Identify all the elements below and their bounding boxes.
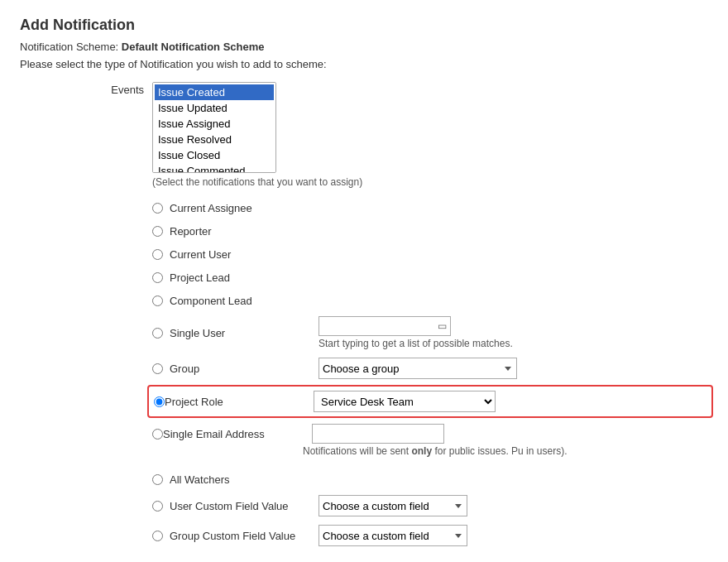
label-reporter: Reporter: [170, 225, 310, 238]
option-row-group-custom-field: Group Custom Field Value Choose a custom…: [152, 521, 708, 550]
option-row-current-assignee: Current Assignee: [152, 196, 708, 219]
single-user-input-box: ▭: [318, 316, 451, 336]
group-select[interactable]: Choose a group: [318, 358, 517, 379]
radio-project-role[interactable]: [154, 396, 165, 407]
events-list-wrapper: Issue Created Issue Updated Issue Assign…: [152, 82, 362, 188]
event-option[interactable]: Issue Commented: [155, 163, 274, 173]
radio-single-user[interactable]: [152, 328, 163, 339]
option-row-project-role: Project Role Service Desk Team Administr…: [147, 385, 713, 418]
option-row-group: Group Choose a group: [152, 353, 708, 383]
event-option[interactable]: Issue Closed: [155, 147, 274, 163]
label-single-email: Single Email Address: [163, 428, 304, 440]
group-custom-field-control: Choose a custom field: [318, 525, 467, 546]
project-role-control: Service Desk Team Administrators Develop…: [314, 391, 496, 412]
option-row-all-watchers: All Watchers: [152, 468, 708, 491]
option-row-current-user: Current User: [152, 243, 708, 266]
radio-reporter[interactable]: [152, 226, 163, 237]
typing-hint: Start typing to get a list of possible m…: [318, 338, 513, 349]
email-row-inner: Single Email Address: [152, 424, 708, 444]
email-hint: Notifications will be sent only for publ…: [303, 445, 592, 457]
user-custom-field-control: Choose a custom field: [318, 495, 467, 516]
label-current-user: Current User: [170, 248, 310, 261]
label-component-lead: Component Lead: [170, 295, 310, 307]
event-option[interactable]: Issue Assigned: [155, 116, 274, 132]
form-section: Events Issue Created Issue Updated Issue…: [20, 82, 708, 550]
label-user-custom-field: User Custom Field Value: [170, 500, 310, 512]
events-select[interactable]: Issue Created Issue Updated Issue Assign…: [152, 82, 276, 173]
option-row-component-lead: Component Lead: [152, 289, 708, 312]
label-all-watchers: All Watchers: [170, 473, 310, 486]
page-title: Add Notification: [20, 17, 708, 34]
radio-single-email[interactable]: [152, 429, 163, 440]
radio-user-custom-field[interactable]: [152, 501, 163, 512]
radio-component-lead[interactable]: [152, 295, 163, 306]
project-role-select[interactable]: Service Desk Team Administrators Develop…: [314, 391, 496, 412]
group-control: Choose a group: [318, 358, 517, 379]
options-section: Current Assignee Reporter Current User P…: [152, 196, 708, 550]
label-current-assignee: Current Assignee: [170, 202, 310, 214]
scheme-name: Default Notification Scheme: [122, 41, 265, 53]
single-user-icon: ▭: [438, 320, 447, 332]
label-group: Group: [170, 363, 310, 375]
option-row-user-custom-field: User Custom Field Value Choose a custom …: [152, 491, 708, 521]
events-row: Events Issue Created Issue Updated Issue…: [20, 82, 708, 188]
radio-current-user[interactable]: [152, 249, 163, 260]
option-row-project-lead: Project Lead: [152, 266, 708, 289]
event-option[interactable]: Issue Updated: [155, 100, 274, 116]
event-option[interactable]: Issue Resolved: [155, 132, 274, 147]
scheme-info: Notification Scheme: Default Notificatio…: [20, 41, 708, 53]
group-custom-field-select[interactable]: Choose a custom field: [318, 525, 467, 546]
label-project-role: Project Role: [165, 396, 305, 408]
option-row-single-user: Single User ▭ Start typing to get a list…: [152, 312, 708, 353]
radio-current-assignee[interactable]: [152, 203, 163, 214]
email-control: [312, 424, 444, 444]
option-row-single-email: Single Email Address Notifications will …: [152, 420, 708, 461]
label-single-user: Single User: [170, 327, 310, 339]
radio-group-custom-field[interactable]: [152, 531, 163, 541]
option-row-reporter: Reporter: [152, 219, 708, 243]
instructions-text: Please select the type of Notification y…: [20, 58, 708, 70]
radio-all-watchers[interactable]: [152, 474, 163, 485]
radio-group[interactable]: [152, 363, 163, 374]
event-option[interactable]: Issue Created: [155, 84, 274, 100]
user-custom-field-select[interactable]: Choose a custom field: [318, 495, 467, 516]
label-project-lead: Project Lead: [170, 271, 310, 284]
events-label: Events: [20, 82, 152, 96]
radio-project-lead[interactable]: [152, 272, 163, 283]
label-group-custom-field: Group Custom Field Value: [170, 530, 310, 542]
single-user-control: ▭ Start typing to get a list of possible…: [318, 316, 513, 349]
events-hint: (Select the notifications that you want …: [152, 176, 362, 188]
email-input[interactable]: [312, 424, 444, 444]
